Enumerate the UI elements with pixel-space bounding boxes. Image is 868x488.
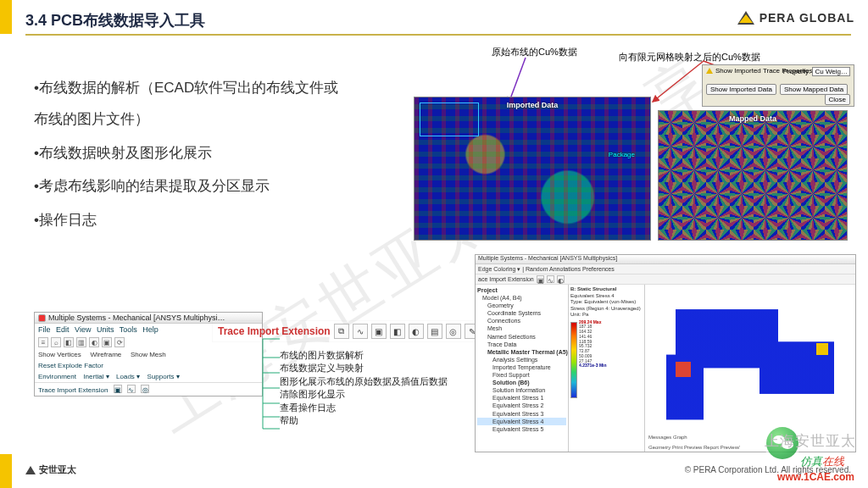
- property-select[interactable]: Cu Weig…: [812, 67, 850, 76]
- tree-node[interactable]: Mesh: [477, 324, 566, 332]
- tree-node[interactable]: Geometry: [477, 302, 566, 309]
- brand-text: PERA GLOBAL: [760, 11, 854, 25]
- outline-tree[interactable]: Project Model (A4, B4) Geometry Coordina…: [476, 285, 569, 452]
- show-imported-button[interactable]: Show Imported Data: [706, 84, 776, 95]
- slide-title: 3.4 PCB布线数据导入工具: [25, 10, 205, 30]
- footer: 安世亚太 © PERA Corporation Ltd. All rights …: [25, 463, 851, 476]
- tree-node[interactable]: Equivalent Stress 1: [477, 394, 566, 402]
- result-legend: B: Static Structural Equivalent Stress 4…: [569, 285, 645, 452]
- imported-data-canvas: Imported Data Package: [414, 97, 651, 241]
- canvas-status: Geometry Print Preview Report Preview/: [648, 445, 740, 450]
- ext-small-icon[interactable]: ▣: [114, 385, 122, 393]
- property-field: Property: Cu Weig…: [783, 68, 850, 75]
- reset-explode[interactable]: Reset Explode Factor: [38, 362, 103, 369]
- result-window-title: Multiple Systems - Mechanical [ANSYS Mul…: [476, 255, 855, 264]
- warning-icon: [706, 68, 713, 74]
- tree-node[interactable]: Solution (B6): [477, 379, 566, 386]
- tb-icon[interactable]: ▣: [102, 337, 112, 347]
- rt-icon[interactable]: ◐: [557, 275, 565, 283]
- tb-icon[interactable]: ≡: [38, 337, 48, 347]
- menu-edit[interactable]: Edit: [56, 325, 70, 334]
- tree-node[interactable]: Analysis Settings: [477, 356, 566, 363]
- title-row: 3.4 PCB布线数据导入工具: [25, 8, 682, 32]
- legend-colorbar: [570, 322, 577, 398]
- tree-node[interactable]: Equivalent Stress 2: [477, 402, 566, 409]
- ext-icon[interactable]: ⧉: [334, 324, 349, 339]
- footer-left: 安世亚太: [25, 463, 76, 476]
- watermark-gray-text: 上海安世亚太: [765, 431, 856, 451]
- rt-icon[interactable]: ▣: [537, 275, 544, 283]
- menu-units[interactable]: Units: [97, 325, 114, 334]
- tree-root[interactable]: Project: [477, 286, 566, 294]
- tree-node[interactable]: Fixed Support: [477, 371, 566, 379]
- tree-node[interactable]: Solution Information: [477, 386, 566, 394]
- tree-node[interactable]: Metallic Master Thermal (A5): [477, 348, 566, 356]
- menu-tools[interactable]: Tools: [120, 325, 137, 334]
- brand-logo-icon: [737, 11, 754, 25]
- stress-region-shape: [657, 297, 843, 426]
- ext-icon[interactable]: ◎: [446, 324, 461, 339]
- tree-node[interactable]: Equivalent Stress 3: [477, 410, 566, 418]
- zoom-inset: [420, 103, 479, 136]
- ext-small-icon[interactable]: ∿: [127, 385, 136, 393]
- property-label: Property:: [783, 68, 810, 75]
- result-title: B: Static Structural: [570, 286, 643, 293]
- inertial[interactable]: Inertial ▾: [83, 373, 108, 380]
- menu-help[interactable]: Help: [142, 325, 159, 334]
- explode-row: Reset Explode Factor: [35, 360, 262, 371]
- ext-desc-3: 图形化展示布线的原始数据及插值后数据: [280, 375, 449, 388]
- ansys-result-window: Multiple Systems - Mechanical [ANSYS Mul…: [475, 254, 856, 452]
- ext-icon[interactable]: ∿: [353, 324, 368, 339]
- tb-icon[interactable]: ◐: [89, 337, 99, 347]
- menu-file[interactable]: File: [38, 325, 51, 334]
- close-button[interactable]: Close: [825, 94, 850, 105]
- result-toolbar-2: ace Import Extension ▣ ∿ ◐: [476, 274, 855, 285]
- ext-desc-6: 帮助: [280, 414, 449, 427]
- mapped-data-canvas: Mapped Data: [658, 110, 848, 241]
- tree-node[interactable]: Connections: [477, 317, 566, 324]
- tb-icon[interactable]: ▥: [76, 337, 86, 347]
- env-row: Environment Inertial ▾ Loads ▾ Supports …: [35, 371, 262, 382]
- ext-bracket-svg: [261, 324, 262, 429]
- ext-icon[interactable]: ◐: [409, 324, 424, 339]
- result-3d-canvas[interactable]: Geometry Print Preview Report Preview/ M…: [645, 285, 855, 452]
- wireframe[interactable]: Wireframe: [90, 351, 121, 358]
- result-unit: Unit: Pa: [570, 312, 643, 319]
- show-vertices[interactable]: Show Vertices: [38, 351, 81, 358]
- package-label: Package: [609, 151, 635, 158]
- tree-node[interactable]: Equivalent Stress 5: [477, 425, 566, 433]
- show-mesh[interactable]: Show Mesh: [131, 351, 166, 358]
- ext-icon[interactable]: ▣: [371, 324, 387, 339]
- app-icon: [38, 314, 46, 322]
- slide: 3.4 PCB布线数据导入工具 PERA GLOBAL 上海安世亚太资料分享 •…: [0, 0, 868, 488]
- accent-bar-top: [0, 0, 12, 34]
- tb-icon[interactable]: ⌕: [51, 337, 61, 347]
- loads[interactable]: Loads ▾: [116, 373, 140, 380]
- tb-icon[interactable]: ⟳: [114, 337, 125, 347]
- tree-node[interactable]: Model (A4, B4): [477, 294, 566, 302]
- supports[interactable]: Supports ▾: [147, 373, 180, 380]
- rt-icon[interactable]: ∿: [547, 275, 554, 283]
- watermark-sim: 仿真在线: [800, 454, 844, 469]
- imported-canvas-title: Imported Data: [507, 101, 559, 109]
- result-body: Project Model (A4, B4) Geometry Coordina…: [476, 285, 855, 452]
- trace-import-ext-label-small[interactable]: Trace Import Extension: [38, 386, 108, 394]
- tree-node[interactable]: Trace Data: [477, 341, 566, 348]
- ext-icon[interactable]: ▤: [427, 324, 442, 339]
- tree-node[interactable]: Coordinate Systems: [477, 309, 566, 317]
- tree-node-selected[interactable]: Equivalent Stress 4: [477, 418, 566, 425]
- title-underline: [25, 34, 851, 36]
- watermark-url: www.1CAE.com: [777, 471, 854, 483]
- tree-node[interactable]: Named Selections: [477, 333, 566, 341]
- bullet-1: •布线数据的解析（ECAD软件写出的布线文件或布线的图片文件）: [34, 72, 348, 136]
- trace-import-extension-toolbar: Trace Import Extension ⧉ ∿ ▣ ◧ ◐ ▤ ◎ ✎: [212, 320, 486, 342]
- bullet-4: •操作日志: [34, 204, 348, 236]
- tb-icon[interactable]: ◧: [64, 337, 74, 347]
- menu-view[interactable]: View: [75, 325, 91, 334]
- legend-min: 4.2371e-3 Min: [579, 363, 607, 369]
- accent-bar-bottom: [0, 454, 12, 488]
- ext-small-icon[interactable]: ◎: [141, 385, 149, 393]
- ext-icon[interactable]: ◧: [390, 324, 405, 339]
- environment[interactable]: Environment: [38, 373, 76, 380]
- tree-node[interactable]: Imported Temperature: [477, 363, 566, 371]
